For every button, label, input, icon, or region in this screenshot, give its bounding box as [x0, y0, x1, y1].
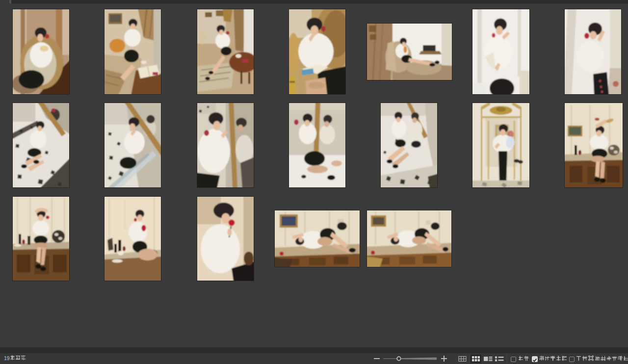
svg-text:19: 19 — [4, 355, 10, 361]
